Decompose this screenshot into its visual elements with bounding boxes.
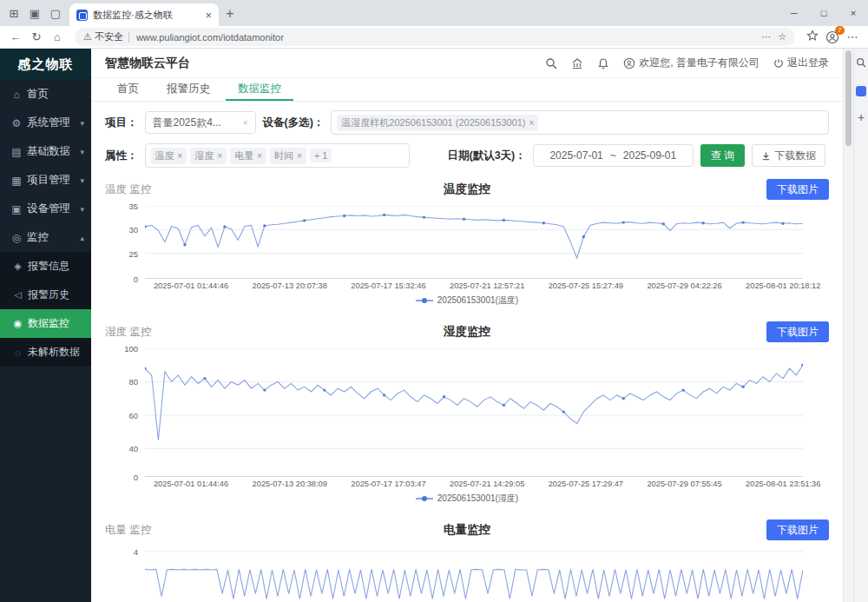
- device-multiselect[interactable]: 温湿度样机202506153001 (202506153001)×: [331, 110, 829, 135]
- logout-button[interactable]: 退出登录: [773, 56, 829, 70]
- rail-add-icon[interactable]: +: [858, 112, 865, 122]
- temperature-chart-title: 温度监控: [444, 182, 490, 197]
- favorites-icon[interactable]: [802, 30, 823, 44]
- device-tag-label: 温湿度样机202506153001 (202506153001): [341, 116, 525, 129]
- device-icon: ▣: [10, 203, 23, 215]
- sidebar-subitem-unparsed-data[interactable]: ◌未解析数据: [0, 338, 91, 367]
- new-tab-button[interactable]: +: [219, 3, 241, 26]
- app-logo: 感之物联: [0, 49, 91, 80]
- attribute-tag: 时间×: [270, 148, 306, 164]
- sidebar-item-system[interactable]: ⚙系统管理▾: [0, 109, 91, 137]
- y-tick-label: 4: [134, 547, 138, 557]
- attribute-multiselect[interactable]: 温度×湿度×电量×时间×+ 1: [145, 143, 410, 168]
- filter-panel: 项目： 普量2025款4... × 设备(多选)： 温湿度样机202506153…: [91, 102, 843, 178]
- remove-tag-icon[interactable]: ×: [257, 151, 262, 161]
- sidebar-item-device[interactable]: ▣设备管理▾: [0, 195, 91, 223]
- download-data-label: 下载数据: [774, 149, 816, 163]
- humidity-plot-area: [145, 348, 803, 477]
- vertical-tabs-icon[interactable]: ▢: [45, 7, 66, 20]
- header-actions: 欢迎您, 普量电子有限公司 退出登录: [545, 56, 829, 70]
- x-tick-label: 2025-07-17 15:32:46: [351, 281, 425, 290]
- x-tick-label: 2025-07-13 20:07:38: [253, 281, 327, 290]
- security-warning-icon[interactable]: ⚠: [83, 31, 92, 43]
- download-data-button[interactable]: 下载数据: [752, 144, 825, 167]
- sidebar-item-label: 基础数据: [27, 144, 70, 159]
- address-bar[interactable]: ⚠ 不安全 www.puliangiot.com/iotdatamonitor …: [75, 28, 795, 46]
- battery-chart-body: 43: [105, 546, 829, 602]
- basedata-icon: ▤: [10, 146, 23, 158]
- humidity-download-image-button[interactable]: 下载图片: [766, 321, 829, 342]
- attribute-tag-label: 时间: [274, 149, 293, 162]
- browser-window: ⊞ ▣ ▢ 数据监控·感之物联 × + ─ □ × ← ↻ ⌂ ⚠ 不安全 ww…: [0, 0, 868, 602]
- page: 感之物联 ⌂首页⚙系统管理▾▤基础数据▾▦项目管理▾▣设备管理▾◎监控▴◈报警信…: [0, 49, 868, 602]
- workspaces-icon[interactable]: ▣: [24, 7, 45, 20]
- download-icon: [761, 151, 771, 161]
- rail-app-icon[interactable]: [856, 86, 866, 96]
- humidity-legend[interactable]: 202506153001(湿度): [105, 491, 829, 506]
- sidebar-item-home[interactable]: ⌂首页: [0, 80, 91, 109]
- browser-menu-icon[interactable]: ⋯: [842, 30, 863, 43]
- sidebar-subitem-alarm-history[interactable]: ◁报警历史: [0, 281, 91, 309]
- remove-tag-icon[interactable]: ×: [217, 151, 222, 161]
- profile-avatar[interactable]: 7: [823, 29, 842, 46]
- x-tick-label: 2025-07-21 14:29:05: [450, 480, 524, 488]
- temperature-legend[interactable]: 202506153001(温度): [105, 293, 829, 308]
- sidebar-menu: ⌂首页⚙系统管理▾▤基础数据▾▦项目管理▾▣设备管理▾◎监控▴◈报警信息◁报警历…: [0, 80, 91, 367]
- rail-search-icon[interactable]: [856, 57, 866, 70]
- close-window-button[interactable]: ×: [838, 8, 868, 18]
- date-start-value: 2025-07-01: [549, 149, 602, 162]
- more-attributes-tag[interactable]: + 1: [310, 149, 332, 162]
- sidebar-item-monitor[interactable]: ◎监控▴: [0, 223, 91, 252]
- y-tick-label: 35: [128, 202, 138, 211]
- remove-tag-icon[interactable]: ×: [529, 118, 535, 128]
- project-select[interactable]: 普量2025款4... ×: [145, 111, 256, 134]
- bookmark-star-icon[interactable]: ☆: [778, 31, 786, 43]
- tab-close-icon[interactable]: ×: [205, 9, 212, 22]
- sidebar-item-basedata[interactable]: ▤基础数据▾: [0, 137, 91, 166]
- y-tick-label: 25: [128, 249, 138, 259]
- remove-tag-icon[interactable]: ×: [178, 151, 183, 161]
- temperature-chart-section: 温度 监控温度监控下载图片35302502025-07-01 01:44:462…: [105, 178, 829, 308]
- scrollbar-thumb[interactable]: [845, 50, 852, 146]
- date-range-picker[interactable]: 2025-07-01 ~ 2025-09-01: [533, 144, 694, 167]
- battery-plot-area: [145, 546, 803, 602]
- temperature-chart-body: 3530250: [105, 206, 829, 279]
- attribute-tag-label: 湿度: [194, 149, 214, 162]
- sidebar-item-project[interactable]: ▦项目管理▾: [0, 166, 91, 195]
- refresh-button[interactable]: ↻: [26, 30, 47, 43]
- query-button[interactable]: 查 询: [700, 144, 745, 167]
- date-label: 日期(默认3天)：: [448, 149, 526, 163]
- home-button[interactable]: ⌂: [47, 30, 68, 43]
- clear-select-icon[interactable]: ×: [243, 118, 248, 128]
- humidity-x-axis: 2025-07-01 01:44:462025-07-13 20:38:0920…: [145, 479, 803, 491]
- sidebar-subitem-alarm-info[interactable]: ◈报警信息: [0, 252, 91, 281]
- temperature-download-image-button[interactable]: 下载图片: [766, 179, 829, 200]
- minimize-button[interactable]: ─: [779, 8, 809, 18]
- page-scrollbar[interactable]: [843, 49, 853, 602]
- bell-icon[interactable]: [597, 57, 609, 69]
- tab-actions-icon[interactable]: ⊞: [3, 7, 24, 20]
- page-tab-alarm-history[interactable]: 报警历史: [155, 78, 222, 101]
- sidebar-subitem-label: 未解析数据: [28, 345, 80, 360]
- battery-download-image-button[interactable]: 下载图片: [766, 519, 829, 540]
- date-separator: ~: [610, 149, 616, 162]
- address-bar-actions: ⋯ ☆: [761, 31, 786, 43]
- chevron-down-icon: ▾: [80, 119, 84, 128]
- page-tools-icon[interactable]: ⋯: [761, 31, 771, 43]
- search-icon[interactable]: [545, 57, 557, 69]
- maximize-button[interactable]: □: [809, 8, 838, 18]
- humidity-chart-title: 湿度监控: [444, 324, 490, 340]
- page-tab-home[interactable]: 首页: [105, 78, 151, 101]
- page-tab-data-monitor[interactable]: 数据监控: [226, 78, 293, 101]
- browser-tab[interactable]: 数据监控·感之物联 ×: [69, 3, 219, 26]
- back-button[interactable]: ←: [5, 30, 26, 43]
- chevron-down-icon: ▾: [80, 176, 84, 185]
- battery-section-label: 电量 监控: [105, 523, 151, 538]
- sidebar-subitem-data-monitor[interactable]: ◉数据监控: [0, 309, 91, 338]
- x-tick-label: 2025-07-25 17:29:47: [549, 480, 623, 488]
- temperature-plot-area: [145, 206, 803, 279]
- welcome-user[interactable]: 欢迎您, 普量电子有限公司: [623, 56, 760, 70]
- remove-tag-icon[interactable]: ×: [297, 151, 302, 161]
- x-tick-label: 2025-08-01 23:51:36: [746, 480, 820, 488]
- organization-icon[interactable]: [571, 57, 583, 69]
